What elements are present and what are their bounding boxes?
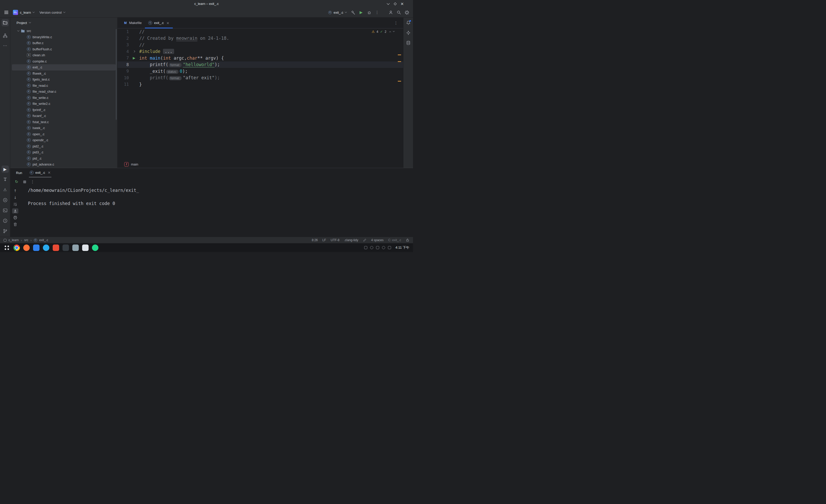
problems-tool-button[interactable]: ⚠	[2, 186, 9, 193]
project-file-exit_.c[interactable]: Cexit_.c	[12, 64, 116, 70]
run-config-selector[interactable]: C exit_.c	[326, 9, 349, 16]
taskbar-app-terminal[interactable]	[62, 245, 69, 251]
taskbar-app-firefox[interactable]	[23, 245, 30, 251]
minimize-button[interactable]	[385, 1, 391, 7]
project-file-file_read.c[interactable]: Cfile_read.c	[10, 83, 117, 89]
prev-occurrence-button[interactable]: ↑	[12, 188, 18, 193]
fold-arrow-icon[interactable]	[133, 50, 135, 52]
close-button[interactable]: ×	[399, 1, 405, 7]
code-line-3[interactable]: 3//	[118, 42, 403, 48]
input-method-icon[interactable]	[376, 246, 379, 249]
project-scrollbar[interactable]	[116, 29, 117, 120]
maximize-button[interactable]	[392, 1, 398, 7]
run-options-button[interactable]: ⋮	[29, 178, 36, 185]
collapse-chevron-icon[interactable]	[17, 29, 19, 32]
file-encoding[interactable]: UTF-8	[331, 238, 339, 242]
next-problem-icon[interactable]	[393, 30, 395, 32]
code-line-10[interactable]: 10 printf(format:"after exit");	[118, 75, 403, 81]
project-file-binaryWrite.c[interactable]: CbinaryWrite.c	[10, 34, 117, 40]
profiler-tool-button[interactable]	[2, 176, 9, 183]
run-panel-title[interactable]: Run	[16, 171, 22, 175]
project-file-pid_.c[interactable]: Cpid_.c	[10, 155, 117, 162]
code-line-8[interactable]: 8 printf(format:"helloworld");	[118, 61, 403, 68]
code-line-2[interactable]: 2// Created by meowrain on 24-1-18.	[118, 35, 403, 42]
project-file-clean.sh[interactable]: $clean.sh	[10, 52, 117, 58]
close-tab-icon[interactable]: ×	[166, 21, 169, 25]
project-file-pid2_.c[interactable]: Cpid2_.c	[10, 143, 117, 149]
run-button[interactable]: ▶	[357, 9, 365, 16]
code-with-me-button[interactable]	[387, 9, 395, 16]
inspections-tool-button[interactable]	[2, 217, 9, 225]
taskbar-app-chrome[interactable]	[13, 245, 20, 251]
ai-assistant-button[interactable]	[405, 29, 412, 37]
rerun-button[interactable]: ↻	[13, 178, 20, 185]
breadcrumb-project[interactable]: c_learn	[8, 238, 18, 242]
debug-button[interactable]	[365, 9, 373, 16]
main-menu-button[interactable]	[3, 9, 10, 16]
inspections-widget[interactable]: ⚠ 4 ✓ 2	[372, 30, 395, 34]
build-button[interactable]	[349, 9, 357, 16]
taskbar-app-clion[interactable]	[92, 245, 99, 251]
project-file-fscanf_.c[interactable]: Cfscanf_.c	[10, 113, 117, 119]
readonly-toggle[interactable]	[406, 238, 409, 242]
taskbar-app-telegram[interactable]	[43, 245, 49, 251]
editor-options-button[interactable]: ⋮	[392, 19, 400, 26]
git-tool-button[interactable]	[2, 228, 9, 235]
project-file-fgets_test.c[interactable]: Cfgets_test.c	[10, 76, 117, 83]
project-file-file_read_char.c[interactable]: Cfile_read_char.c	[10, 88, 117, 95]
taskbar-app-files[interactable]	[72, 245, 79, 251]
run-tab-exit-c[interactable]: C exit_.c ×	[29, 168, 51, 177]
project-file-lseek_.c[interactable]: Clseek_.c	[10, 125, 117, 131]
formatter-button[interactable]	[363, 238, 366, 242]
prev-problem-icon[interactable]	[389, 31, 391, 33]
clock[interactable]: 4:11 下午	[396, 245, 409, 250]
project-file-fstat_test.c[interactable]: Cfstat_test.c	[10, 119, 117, 125]
taskbar-app-launcher[interactable]	[4, 245, 10, 251]
project-file-pid3_.c[interactable]: Cpid3_.c	[10, 149, 117, 155]
next-occurrence-button[interactable]: ↓	[12, 195, 18, 200]
close-run-tab-icon[interactable]: ×	[48, 171, 51, 175]
project-selector[interactable]: CL c_learn	[11, 9, 37, 16]
breadcrumb-folder[interactable]: src	[24, 238, 28, 242]
project-file-open_.c[interactable]: Copen_.c	[10, 131, 117, 137]
project-file-pid_advance.c[interactable]: Cpid_advance.c	[10, 162, 117, 168]
breadcrumb-function[interactable]: main	[131, 163, 138, 166]
search-everywhere-button[interactable]	[395, 9, 402, 16]
project-file-compile.c[interactable]: Ccompile.c	[10, 58, 117, 65]
soft-wrap-button[interactable]	[12, 202, 18, 207]
version-control-selector[interactable]: Version control	[38, 9, 67, 16]
taskbar-app-steam[interactable]	[82, 245, 88, 251]
breadcrumb-file[interactable]: exit_.c	[39, 238, 48, 242]
taskbar-app-vscode[interactable]	[33, 245, 40, 251]
project-file-bufferFlush.c[interactable]: CbufferFlush.c	[10, 46, 117, 52]
console-output[interactable]: /home/meowrain/CLionProjects/c_learn/exi…	[20, 186, 413, 237]
run-tool-button[interactable]: ▶	[2, 166, 9, 173]
code-line-4[interactable]: 4#include ...	[118, 48, 403, 55]
project-file-opendir_.c[interactable]: Copendir_.c	[10, 137, 117, 143]
clang-tidy-widget[interactable]: .clang-tidy	[344, 238, 358, 242]
project-file-ffseek_.c[interactable]: Cffseek_.c	[10, 70, 117, 77]
more-actions-button[interactable]: ⋮	[373, 9, 381, 16]
volume-icon[interactable]	[370, 246, 373, 249]
project-folder-src[interactable]: src	[10, 28, 117, 34]
structure-tool-button[interactable]	[2, 32, 9, 39]
caret-position[interactable]: 8:26	[312, 238, 318, 242]
code-line-1[interactable]: 1//	[118, 28, 403, 35]
project-file-fprintf_.c[interactable]: Cfprintf_.c	[10, 107, 117, 113]
indent-setting[interactable]: 4 spaces	[371, 238, 384, 242]
project-file-file_write.c[interactable]: Cfile_write.c	[10, 95, 117, 101]
stop-button[interactable]	[21, 178, 28, 185]
code-line-11[interactable]: 11}	[118, 81, 403, 88]
notification-center-icon[interactable]	[388, 246, 391, 249]
run-line-icon[interactable]: ▶	[133, 56, 135, 60]
project-panel-title[interactable]: Project	[16, 21, 27, 25]
network-icon[interactable]	[364, 246, 367, 249]
print-button[interactable]	[12, 215, 18, 220]
project-file-file_write2.c[interactable]: Cfile_write2.c	[10, 101, 117, 107]
code-line-9[interactable]: 9 _exit(status:0);	[118, 68, 403, 75]
line-separator[interactable]: LF	[322, 238, 326, 242]
project-file-buffer.c[interactable]: Cbuffer.c	[10, 40, 117, 46]
tab-exit-c[interactable]: C exit_.c ×	[145, 17, 173, 28]
battery-icon[interactable]	[382, 246, 385, 249]
clear-output-button[interactable]	[12, 222, 18, 227]
